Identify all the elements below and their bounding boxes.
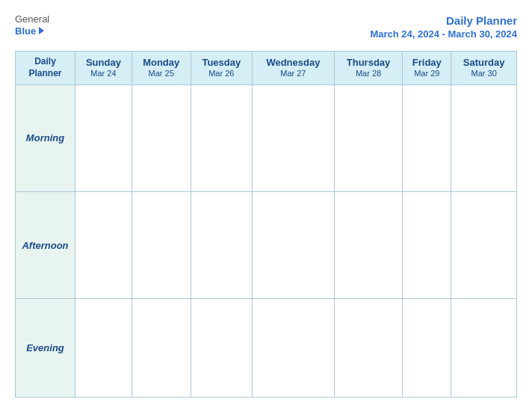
header-saturday: Saturday Mar 30 [451,52,517,84]
friday-date: Mar 29 [414,69,439,78]
morning-monday-cell[interactable] [132,84,191,191]
header-label-cell: Daily Planner [16,52,75,84]
morning-row: Morning [16,84,517,191]
morning-tuesday-cell[interactable] [191,84,252,191]
table-header-row: Daily Planner Sunday Mar 24 Monday Mar 2… [16,52,517,84]
evening-wednesday-cell[interactable] [252,299,334,398]
planner-title: Daily Planner [370,13,517,28]
thursday-label: Thursday [338,57,400,68]
tuesday-label: Tuesday [194,57,249,68]
logo-triangle-icon [39,27,44,34]
logo-blue-text: Blue [15,25,44,37]
header-monday: Monday Mar 25 [132,52,191,84]
evening-tuesday-cell[interactable] [191,299,252,398]
evening-sunday-cell[interactable] [75,299,132,398]
wednesday-date: Mar 27 [280,69,306,78]
tuesday-date: Mar 26 [208,69,234,78]
evening-friday-cell[interactable] [403,299,451,398]
morning-thursday-cell[interactable] [334,84,403,191]
header-thursday: Thursday Mar 28 [334,52,403,84]
header-friday: Friday Mar 29 [403,52,451,84]
thursday-date: Mar 28 [356,69,381,78]
morning-sunday-cell[interactable] [75,84,132,191]
morning-saturday-cell[interactable] [451,84,517,191]
title-area: Daily Planner March 24, 2024 - March 30,… [370,13,517,40]
header-wednesday: Wednesday Mar 27 [252,52,334,84]
afternoon-thursday-cell[interactable] [334,192,403,299]
sunday-label: Sunday [78,57,129,68]
planner-date-range: March 24, 2024 - March 30, 2024 [370,28,517,41]
evening-thursday-cell[interactable] [334,299,403,398]
morning-label: Morning [16,84,75,191]
evening-label: Evening [16,299,75,398]
saturday-label: Saturday [454,57,513,68]
planner-table: Daily Planner Sunday Mar 24 Monday Mar 2… [15,51,517,398]
header-label-line1: Daily [19,56,72,68]
monday-label: Monday [135,57,188,68]
afternoon-sunday-cell[interactable] [75,192,132,299]
saturday-date: Mar 30 [471,69,497,78]
afternoon-saturday-cell[interactable] [451,192,517,299]
afternoon-wednesday-cell[interactable] [252,192,334,299]
evening-monday-cell[interactable] [132,299,191,398]
friday-label: Friday [406,57,448,68]
afternoon-monday-cell[interactable] [132,192,191,299]
logo-general-text: General [15,13,49,25]
wednesday-label: Wednesday [256,57,331,68]
header-label-line2: Planner [19,68,72,80]
afternoon-row: Afternoon [16,192,517,299]
afternoon-label: Afternoon [16,192,75,299]
sunday-date: Mar 24 [90,69,116,78]
afternoon-friday-cell[interactable] [403,192,451,299]
monday-date: Mar 25 [149,69,174,78]
evening-saturday-cell[interactable] [451,299,517,398]
evening-row: Evening [16,299,517,398]
header-tuesday: Tuesday Mar 26 [191,52,252,84]
morning-friday-cell[interactable] [403,84,451,191]
logo-area: General Blue [15,13,49,37]
morning-wednesday-cell[interactable] [252,84,334,191]
header-sunday: Sunday Mar 24 [75,52,132,84]
afternoon-tuesday-cell[interactable] [191,192,252,299]
page-header: General Blue Daily Planner March 24, 202… [15,13,517,40]
